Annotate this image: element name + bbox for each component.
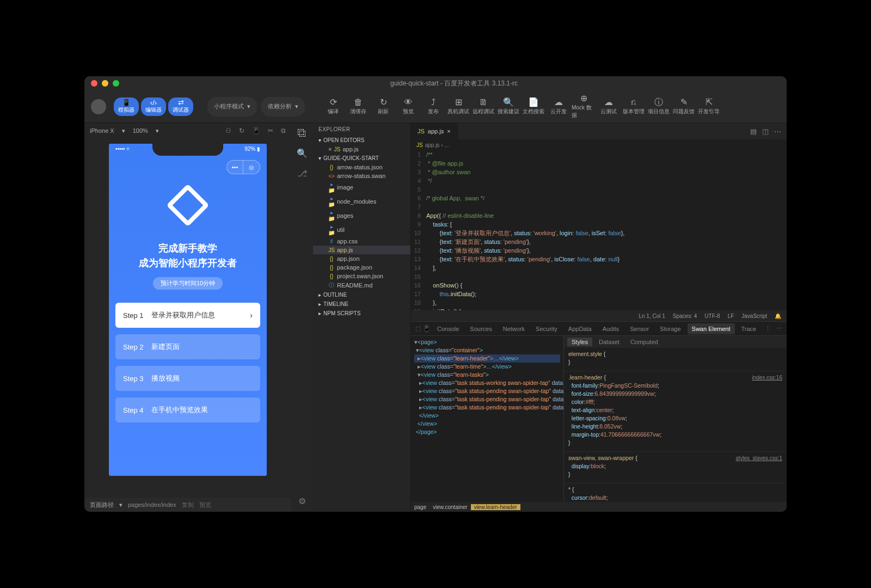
toolbar-问题反馈[interactable]: ✎问题反馈	[672, 94, 696, 119]
devtools-tab-Trace[interactable]: Trace	[737, 323, 761, 334]
npm-section[interactable]: ▸ NPM SCRIPTS	[313, 309, 410, 318]
devtools-tab-Audits[interactable]: Audits	[598, 323, 624, 334]
toolbar-刷新[interactable]: ↻刷新	[371, 94, 395, 119]
file-pages[interactable]: ▸ 📁 pages	[313, 209, 410, 223]
style-tab-Dataset[interactable]: Dataset	[594, 338, 624, 346]
layout-icon[interactable]: ◫	[762, 127, 769, 136]
devtools-tab-Storage[interactable]: Storage	[655, 323, 685, 334]
path-value: pages/index/index	[128, 501, 176, 508]
device-toggle-icon[interactable]: 📱	[423, 325, 431, 332]
encoding[interactable]: UTF-8	[704, 313, 720, 319]
crumb-view.learn-header[interactable]: view.learn-header	[471, 504, 520, 510]
bell-icon[interactable]: 🔔	[775, 313, 781, 319]
open-editors-section[interactable]: ▾ OPEN EDITORS	[313, 136, 410, 145]
toolbar-版本管理[interactable]: ⎌版本管理	[622, 94, 646, 119]
capsule-menu[interactable]: •••◎	[226, 160, 260, 174]
toolbar-搜索建议[interactable]: 🔍搜索建议	[496, 94, 520, 119]
crumb-view.container[interactable]: view.container	[430, 504, 470, 510]
close-icon[interactable]	[91, 80, 97, 87]
split-icon[interactable]: ▤	[750, 127, 757, 136]
devtools-tab-Security[interactable]: Security	[531, 323, 562, 334]
editor-area: JS app.js × ▤ ◫ ⋯ JS app.js › ... 1/**2 …	[411, 123, 787, 512]
toolbar-预览[interactable]: 👁预览	[396, 94, 420, 119]
scm-icon[interactable]: ⎇	[297, 168, 307, 179]
preview-button[interactable]: 预览	[199, 501, 211, 509]
cut-icon[interactable]: ✂	[268, 127, 273, 134]
devtools-tab-AppData[interactable]: AppData	[564, 323, 596, 334]
toolbar-远程调试[interactable]: 🗎远程调试	[471, 94, 495, 119]
eol[interactable]: LF	[728, 313, 734, 319]
devtools-tab-Sensor[interactable]: Sensor	[625, 323, 653, 334]
step-Step 4[interactable]: Step 4在手机中预览效果	[115, 397, 260, 422]
toolbar-编译[interactable]: ⟳编译	[321, 94, 345, 119]
rotate-icon[interactable]: ↻	[239, 127, 244, 134]
device-screen[interactable]: ••••• ᯤ16:5792% ▮ •••◎ 完成新手教学成为智能小程序开发者 …	[109, 144, 267, 476]
toolbar-云测试[interactable]: ☁云测试	[597, 94, 621, 119]
elements-tree[interactable]: ▾<page> ▾<view class="container"> ▸<view…	[411, 336, 563, 502]
open-editor-item[interactable]: × JS app.js	[313, 145, 410, 154]
minimize-icon[interactable]	[102, 80, 108, 87]
devtools-tab-Network[interactable]: Network	[499, 323, 529, 334]
toolbar-真机调试[interactable]: ⊞真机调试	[446, 94, 470, 119]
language[interactable]: JavaScript	[741, 313, 767, 319]
mode-pill-模拟器[interactable]: 📱模拟器	[114, 97, 139, 116]
mode-pill-调试器[interactable]: ⇄调试器	[168, 97, 193, 116]
toolbar-Mock 数据[interactable]: ⊕Mock 数据	[572, 94, 596, 119]
file-app.css[interactable]: # app.css	[313, 237, 410, 246]
toolbar-云开发[interactable]: ☁云开发	[547, 94, 571, 119]
user-icon[interactable]: ⚇	[225, 127, 231, 134]
timeline-section[interactable]: ▸ TIMELINE	[313, 299, 410, 309]
search-icon[interactable]: 🔍	[297, 148, 308, 158]
toolbar-文档搜索[interactable]: 📄文档搜索	[522, 94, 545, 119]
step-Step 1[interactable]: Step 1登录并获取用户信息›	[115, 303, 260, 328]
detach-icon[interactable]: ⧉	[281, 127, 286, 134]
editor-statusbar: Ln 1, Col 1 Spaces: 4 UTF-8 LF JavaScrip…	[411, 310, 787, 321]
toolbar-清缓存[interactable]: 🗑清缓存	[346, 94, 370, 119]
toolbar-项目信息[interactable]: ⓘ项目信息	[647, 94, 671, 119]
file-image[interactable]: ▸ 📁 image	[313, 180, 410, 194]
settings-icon[interactable]: ⚙	[298, 496, 306, 506]
file-arrow-status.swan[interactable]: <> arrow-status.swan	[313, 171, 410, 180]
code-editor[interactable]: 1/**2 * @file app.js3 * @author swan4 */…	[411, 150, 787, 310]
more-icon[interactable]: ⋯	[774, 127, 781, 136]
file-app.js[interactable]: JS app.js	[313, 246, 410, 254]
breadcrumb[interactable]: app.js › ...	[425, 142, 449, 148]
file-node_modules[interactable]: ▸ 📁 node_modules	[313, 194, 410, 209]
devtools-tab-Swan-Element[interactable]: Swan Element	[688, 323, 735, 334]
crumb-page[interactable]: page	[411, 504, 430, 510]
copy-button[interactable]: 复制	[182, 501, 194, 509]
file-util[interactable]: ▸ 📁 util	[313, 223, 410, 237]
select-依赖分析[interactable]: 依赖分析▾	[261, 97, 305, 117]
file-app.json[interactable]: {} app.json	[313, 254, 410, 263]
fullscreen-icon[interactable]	[113, 80, 119, 87]
toolbar-开发引导[interactable]: ⇱开发引导	[697, 94, 721, 119]
outline-section[interactable]: ▸ OUTLINE	[313, 290, 410, 299]
close-tab-icon[interactable]: ×	[447, 128, 450, 134]
editor-tab[interactable]: JS app.js ×	[411, 123, 458, 139]
project-section[interactable]: ▾ GUIDE-QUICK-START	[313, 154, 410, 163]
file-package.json[interactable]: {} package.json	[313, 263, 410, 272]
devtools-tab-Console[interactable]: Console	[433, 323, 463, 334]
indent[interactable]: Spaces: 4	[673, 313, 697, 319]
avatar[interactable]	[91, 99, 106, 114]
mode-pill-编辑器[interactable]: ‹/›编辑器	[141, 97, 166, 116]
styles-panel[interactable]: StylesDatasetComputed element.style {} i…	[563, 336, 787, 502]
style-tab-Styles[interactable]: Styles	[567, 338, 592, 346]
toolbar-发布[interactable]: ⤴发布	[421, 94, 445, 119]
file-project.swan.json[interactable]: {} project.swan.json	[313, 272, 410, 280]
file-arrow-status.json[interactable]: {} arrow-status.json	[313, 163, 410, 171]
step-Step 2[interactable]: Step 2新建页面	[115, 334, 260, 359]
capsule-more-icon: •••	[227, 161, 243, 174]
files-icon[interactable]: ⿻	[298, 128, 306, 138]
device-select[interactable]: iPhone X	[90, 127, 114, 134]
zoom-select[interactable]: 100%	[133, 127, 148, 134]
select-小程序模式[interactable]: 小程序模式▾	[207, 97, 257, 117]
style-tab-Computed[interactable]: Computed	[626, 338, 663, 346]
step-Step 3[interactable]: Step 3播放视频	[115, 366, 260, 391]
devtools-panel: ⬚ 📱 ConsoleSourcesNetworkSecurityAppData…	[411, 321, 787, 512]
devtools-tab-Sources[interactable]: Sources	[465, 323, 496, 334]
inspect-icon[interactable]: ⬚	[415, 325, 421, 332]
cursor-pos[interactable]: Ln 1, Col 1	[639, 313, 665, 319]
device-icon[interactable]: 📱	[252, 127, 260, 134]
file-README.md[interactable]: ⓘ README.md	[313, 280, 410, 290]
